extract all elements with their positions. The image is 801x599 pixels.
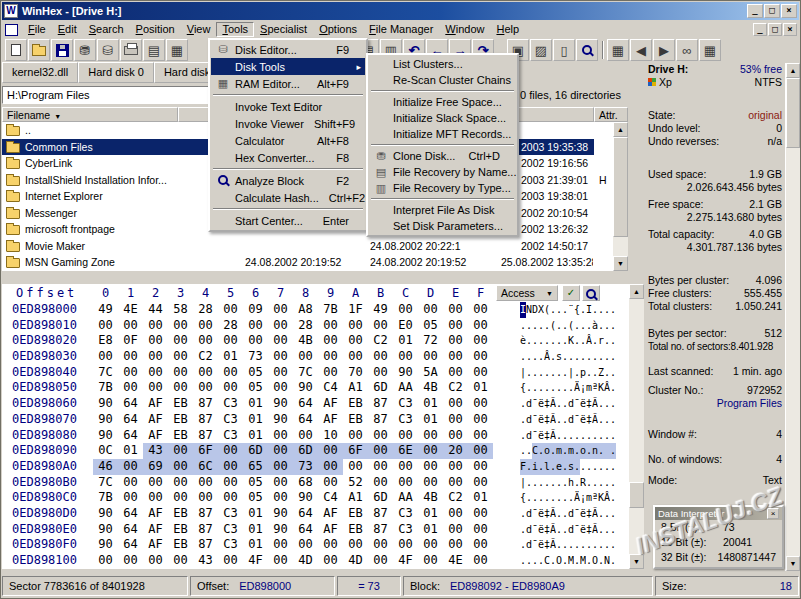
hex-byte[interactable]: 90 xyxy=(93,537,118,553)
hex-byte[interactable]: 46 xyxy=(93,459,118,475)
hex-byte[interactable]: 00 xyxy=(193,333,218,349)
hex-row[interactable]: 0ED8980709064AFEB87C3019064AFEB87C301000… xyxy=(2,412,628,428)
hex-byte[interactable]: 73 xyxy=(293,459,318,475)
hex-byte[interactable]: 00 xyxy=(468,443,493,459)
scroll-down-icon[interactable]: ▼ xyxy=(629,554,644,569)
hex-byte[interactable]: 00 xyxy=(393,475,418,491)
position-search-button[interactable] xyxy=(582,285,600,301)
hex-byte[interactable]: 00 xyxy=(468,522,493,538)
hex-byte[interactable]: C3 xyxy=(393,396,418,412)
hex-byte[interactable]: C2 xyxy=(443,380,468,396)
filename-column-header[interactable]: Filename▼ xyxy=(2,107,178,122)
hex-byte[interactable]: 00 xyxy=(393,537,418,553)
hex-byte[interactable]: 00 xyxy=(468,412,493,428)
ascii-column[interactable]: .d¯ë‡Ã..d¯ë‡Ã... xyxy=(520,522,616,538)
hex-byte[interactable]: A1 xyxy=(343,490,368,506)
hex-byte[interactable]: 01 xyxy=(393,333,418,349)
hex-byte[interactable]: 87 xyxy=(368,506,393,522)
file-row[interactable]: MSN Gaming Zone24.08.2002 20:19:5224.08.… xyxy=(2,254,612,271)
hex-byte[interactable]: 01 xyxy=(468,380,493,396)
hex-byte[interactable]: 00 xyxy=(343,537,368,553)
hex-byte[interactable]: 00 xyxy=(368,553,393,569)
maximize-button[interactable]: □ xyxy=(764,4,780,18)
menu-item-calculator[interactable]: CalculatorAlt+F8 xyxy=(211,132,365,149)
menu-tools[interactable]: Tools xyxy=(216,22,254,37)
hex-byte[interactable]: 64 xyxy=(118,412,143,428)
title-bar[interactable]: W WinHex - [Drive H:] _ □ × xyxy=(2,2,799,20)
hex-byte[interactable]: 00 xyxy=(193,365,218,381)
hex-byte[interactable]: 00 xyxy=(468,459,493,475)
scroll-up-icon[interactable]: ▲ xyxy=(786,63,800,78)
menu-item-invoke-text-editor[interactable]: Invoke Text Editor xyxy=(211,98,365,115)
hex-byte[interactable]: 00 xyxy=(468,318,493,334)
menu-item-calculate-hash[interactable]: Calculate Hash...Ctrl+F2 xyxy=(211,189,365,206)
hex-row[interactable]: 0ED8980609064AFEB87C3019064AFEB87C301000… xyxy=(2,396,628,412)
hex-row[interactable]: 0ED8980E09064AFEB87C3019064AFEB87C301000… xyxy=(2,522,628,538)
hex-byte[interactable]: 5A xyxy=(418,365,443,381)
hex-byte[interactable]: 28 xyxy=(293,318,318,334)
hex-row[interactable]: 0ED898000494E445828000900A87B1F490000000… xyxy=(2,302,628,318)
hex-byte[interactable]: C3 xyxy=(218,428,243,444)
hex-byte[interactable]: C3 xyxy=(393,522,418,538)
hex-byte[interactable]: 00 xyxy=(118,475,143,491)
hex-byte[interactable]: 7B xyxy=(93,380,118,396)
ascii-column[interactable]: è.......K..Â.r.. xyxy=(520,333,616,349)
hex-byte[interactable]: 00 xyxy=(318,349,343,365)
hex-byte[interactable]: AA xyxy=(393,380,418,396)
hex-byte[interactable]: 64 xyxy=(118,537,143,553)
hex-byte[interactable]: 01 xyxy=(418,412,443,428)
hex-row[interactable]: 0ED8980B07C00000000000500680052000000000… xyxy=(2,475,628,491)
hex-byte[interactable]: 68 xyxy=(293,475,318,491)
hex-byte[interactable]: EB xyxy=(343,412,368,428)
hex-byte[interactable]: 00 xyxy=(243,318,268,334)
hex-byte[interactable]: 90 xyxy=(268,522,293,538)
hex-byte[interactable]: 00 xyxy=(168,333,193,349)
hex-byte[interactable]: 00 xyxy=(268,459,293,475)
menu-item-initialize-free-space[interactable]: Initialize Free Space... xyxy=(369,94,516,110)
ascii-column[interactable]: .d¯ë‡Ã..d¯ë‡Ã... xyxy=(520,412,616,428)
ascii-column[interactable]: .d¯ë‡Ã.......... xyxy=(520,428,616,444)
hex-byte[interactable]: 00 xyxy=(343,349,368,365)
hex-byte[interactable]: 7C xyxy=(93,475,118,491)
hex-row[interactable]: 0ED8981000000000043004F004D004D004F004E0… xyxy=(2,553,628,569)
hex-byte[interactable]: 00 xyxy=(368,537,393,553)
menu-file-manager[interactable]: File Manager xyxy=(363,22,439,37)
hex-byte[interactable]: 00 xyxy=(443,396,468,412)
hex-byte[interactable]: EB xyxy=(168,396,193,412)
hex-row[interactable]: 0ED8980D09064AFEB87C3019064AFEB87C301000… xyxy=(2,506,628,522)
hex-byte[interactable]: 00 xyxy=(193,318,218,334)
hex-byte[interactable]: 70 xyxy=(343,365,368,381)
hex-byte[interactable]: 00 xyxy=(343,428,368,444)
hex-byte[interactable]: 00 xyxy=(368,459,393,475)
hex-byte[interactable]: 90 xyxy=(268,412,293,428)
hex-byte[interactable]: C3 xyxy=(218,506,243,522)
hex-byte[interactable]: AF xyxy=(143,412,168,428)
hex-byte[interactable]: 4B xyxy=(293,333,318,349)
hex-byte[interactable]: 64 xyxy=(293,412,318,428)
hex-byte[interactable]: 00 xyxy=(418,459,443,475)
hex-byte[interactable]: 90 xyxy=(93,506,118,522)
hex-byte[interactable]: 10 xyxy=(318,428,343,444)
scroll-up-icon[interactable]: ▲ xyxy=(629,284,644,299)
hex-byte[interactable]: 00 xyxy=(393,302,418,318)
hex-byte[interactable]: 00 xyxy=(118,318,143,334)
hex-byte[interactable]: 6D xyxy=(293,443,318,459)
hex-byte[interactable]: 00 xyxy=(468,302,493,318)
binoculars-button[interactable]: ∞ xyxy=(676,39,698,61)
menu-item-interpret-file-as-disk[interactable]: Interpret File As Disk xyxy=(369,202,516,218)
ascii-column[interactable]: |.......h.R..... xyxy=(520,475,616,491)
hex-byte[interactable]: 6E xyxy=(393,443,418,459)
hex-byte[interactable]: 4D xyxy=(293,553,318,569)
grid-button[interactable]: ▦ xyxy=(699,39,721,61)
hex-byte[interactable]: 49 xyxy=(93,302,118,318)
hex-byte[interactable]: 00 xyxy=(193,490,218,506)
ascii-column[interactable]: {........Ä¡mªKÂ. xyxy=(520,380,616,396)
hex-byte[interactable]: 00 xyxy=(168,459,193,475)
hex-byte[interactable]: 90 xyxy=(93,412,118,428)
hex-byte[interactable]: E8 xyxy=(93,333,118,349)
hex-byte[interactable]: 00 xyxy=(143,490,168,506)
save-button[interactable] xyxy=(51,39,73,61)
hex-byte[interactable]: C2 xyxy=(193,349,218,365)
hex-byte[interactable]: 00 xyxy=(443,537,468,553)
hex-byte[interactable]: 72 xyxy=(418,333,443,349)
